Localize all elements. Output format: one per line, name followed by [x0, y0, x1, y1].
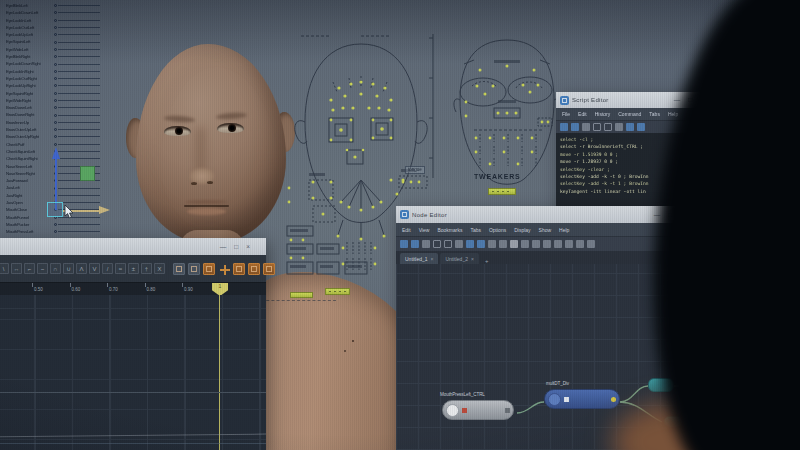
slider-track[interactable]	[58, 49, 100, 50]
graph-tool-icon[interactable]: V	[89, 263, 100, 274]
blendshape-slider-row[interactable]: EyeSquintRight	[6, 90, 116, 97]
blendshape-slider-row[interactable]: BrowOuterUpLeft	[6, 126, 116, 133]
slider-track[interactable]	[58, 136, 100, 137]
slider-track[interactable]	[58, 115, 100, 116]
toolbar-icon[interactable]	[455, 240, 463, 248]
window-button[interactable]: □	[234, 239, 238, 255]
slider-knob[interactable]	[54, 77, 57, 80]
blendshape-slider-row[interactable]: EyeWideLeft	[6, 46, 116, 53]
blendshape-slider-row[interactable]: MouthPucker	[6, 221, 116, 228]
toolbar-icon[interactable]	[593, 123, 601, 131]
toolbar-icon[interactable]	[571, 123, 579, 131]
add-key-window-icon[interactable]	[263, 263, 275, 275]
retime-window-icon[interactable]	[233, 263, 245, 275]
toolbar-icon[interactable]	[626, 123, 634, 131]
insert-key-window-icon[interactable]	[248, 263, 260, 275]
rig-status-bar-small[interactable]	[290, 292, 313, 298]
node-multdt-div[interactable]	[544, 389, 620, 409]
toolbar-icon[interactable]	[422, 240, 430, 248]
blendshape-slider-row[interactable]: EyeSquintLeft	[6, 38, 116, 45]
blendshape-slider-row[interactable]: MouthPressLeft	[6, 228, 116, 235]
graph-editor-titlebar[interactable]: —□×	[0, 238, 266, 255]
slider-track[interactable]	[58, 202, 100, 203]
toolbar-icon[interactable]	[604, 123, 612, 131]
slider-knob[interactable]	[54, 48, 57, 51]
slider-track[interactable]	[58, 107, 100, 108]
tweakers-progress-bar[interactable]	[488, 188, 516, 195]
toolbar-icon[interactable]	[532, 240, 540, 248]
slider-knob[interactable]	[54, 121, 57, 124]
slider-knob[interactable]	[54, 135, 57, 138]
green-color-swatch[interactable]	[80, 166, 95, 181]
toolbar-icon[interactable]	[400, 240, 408, 248]
menu-item[interactable]: Options	[489, 227, 506, 233]
graph-tool-icon[interactable]: /	[102, 263, 113, 274]
toolbar-icon[interactable]	[587, 240, 595, 248]
toolbar-icon[interactable]	[444, 240, 452, 248]
slider-knob[interactable]	[54, 143, 57, 146]
move-keys-cross-icon[interactable]	[218, 263, 230, 275]
blendshape-slider-row[interactable]: NoseSneerRight	[6, 170, 116, 177]
node-mouthpressleft-ctrl[interactable]	[442, 400, 514, 420]
node-output-port[interactable]	[505, 408, 510, 413]
graph-tool-icon[interactable]: X	[154, 263, 165, 274]
slider-track[interactable]	[58, 144, 100, 145]
toolbar-icon[interactable]	[582, 123, 590, 131]
slider-track[interactable]	[58, 34, 100, 35]
toolbar-icon[interactable]	[615, 123, 623, 131]
blendshape-slider-row[interactable]: EyeLookOutRight	[6, 75, 116, 82]
slider-knob[interactable]	[54, 63, 57, 66]
toolbar-icon[interactable]	[543, 240, 551, 248]
graph-tool-icon[interactable]: ≈	[115, 263, 126, 274]
menu-item[interactable]: Show	[539, 227, 552, 233]
playhead-time-line[interactable]	[219, 295, 220, 450]
slider-track[interactable]	[58, 78, 100, 79]
graph-tool-icon[interactable]: ~	[37, 263, 48, 274]
slider-track[interactable]	[58, 195, 100, 196]
slider-knob[interactable]	[54, 106, 57, 109]
blendshape-slider-row[interactable]: EyeLookUpLeft	[6, 31, 116, 38]
slider-knob[interactable]	[54, 99, 57, 102]
blendshape-slider-row[interactable]: CheekSquintRight	[6, 155, 116, 162]
slider-track[interactable]	[58, 93, 100, 94]
graph-tool-icon[interactable]: ∩	[50, 263, 61, 274]
slider-track[interactable]	[58, 5, 100, 6]
slider-track[interactable]	[58, 27, 100, 28]
slider-track[interactable]	[58, 122, 100, 123]
slider-track[interactable]	[58, 42, 100, 43]
menu-item[interactable]: Tabs	[470, 227, 481, 233]
graph-tool-icon[interactable]: †	[141, 263, 152, 274]
node-output-port[interactable]	[611, 397, 616, 402]
region-keys-icon[interactable]	[203, 263, 215, 275]
blendshape-slider-row[interactable]: BrowDownLeft	[6, 104, 116, 111]
blendshape-slider-row[interactable]: EyeLookInRight	[6, 68, 116, 75]
slider-track[interactable]	[58, 188, 100, 189]
graph-tool-icon[interactable]: ∪	[63, 263, 74, 274]
blendshape-slider-row[interactable]: CheekPuff	[6, 141, 116, 148]
node-editor-tab[interactable]: Untitled_2 ×	[440, 253, 478, 264]
toolbar-icon[interactable]	[477, 240, 485, 248]
timeline-ruler[interactable]: 0.500.600.700.800.90 1	[0, 282, 266, 295]
blendshape-slider-row[interactable]: JawRight	[6, 192, 116, 199]
menu-item[interactable]: Display	[514, 227, 530, 233]
swap-buffer-icon[interactable]	[188, 263, 200, 275]
blendshape-slider-row[interactable]: JawLeft	[6, 184, 116, 191]
blendshape-slider-row[interactable]: EyeLookInLeft	[6, 17, 116, 24]
animation-curve-area[interactable]	[0, 295, 266, 450]
blendshape-slider-row[interactable]: EyeBlinkRight	[6, 53, 116, 60]
slider-track[interactable]	[58, 231, 100, 232]
toolbar-icon[interactable]	[576, 240, 584, 248]
blendshape-slider-row[interactable]: EyeBlinkLeft	[6, 2, 116, 9]
graph-tool-icon[interactable]: ±	[128, 263, 139, 274]
slider-track[interactable]	[58, 85, 100, 86]
toolbar-icon[interactable]	[499, 240, 507, 248]
slider-track[interactable]	[58, 20, 100, 21]
menu-item[interactable]: Command	[618, 111, 641, 117]
animation-curve[interactable]	[0, 434, 266, 438]
blendshape-slider-row[interactable]: EyeLookOutLeft	[6, 24, 116, 31]
toolbar-icon[interactable]	[466, 240, 474, 248]
slider-knob[interactable]	[54, 19, 57, 22]
slider-knob[interactable]	[54, 41, 57, 44]
blendshape-slider-row[interactable]: NoseSneerLeft	[6, 163, 116, 170]
menu-item[interactable]: Help	[559, 227, 569, 233]
